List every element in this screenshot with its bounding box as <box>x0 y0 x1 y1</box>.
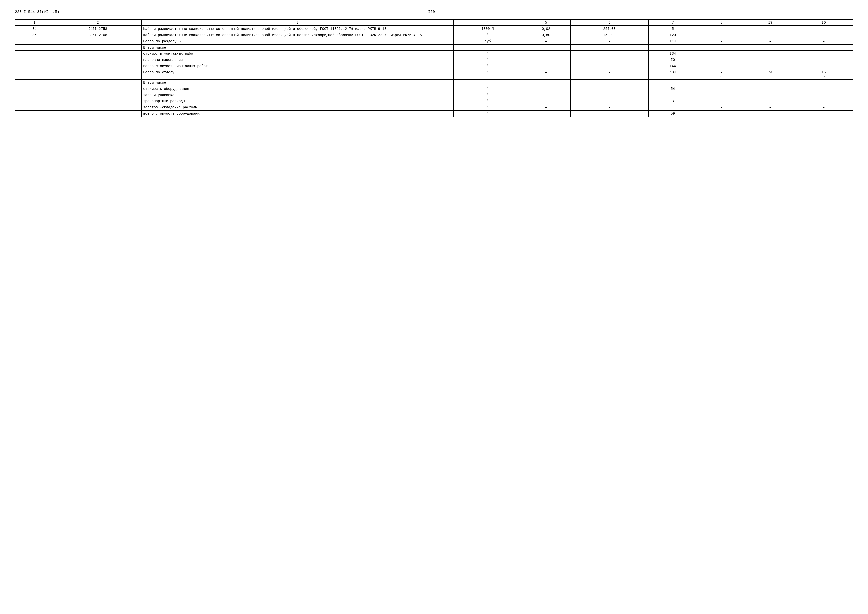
total-otdel-label: Всего по отделу 3 <box>142 69 454 80</box>
row-35-num: 35 <box>15 32 54 38</box>
total-montazh-col9: – <box>746 63 795 69</box>
row-34-num: 34 <box>15 26 54 32</box>
total-montazh-col6: – <box>570 63 648 69</box>
tara-col8: – <box>697 92 746 98</box>
zagot-col8: – <box>697 104 746 110</box>
equip-col8: – <box>697 86 746 92</box>
table-row: заготов.-складские расходы " – – I – – – <box>15 104 853 110</box>
row-34-col6: 257,00 <box>570 26 648 32</box>
tara-col5: – <box>522 92 570 98</box>
table-row: Всего по разделу 6 руб – – I44 – – – <box>15 38 853 45</box>
col-header-1: I <box>15 19 54 26</box>
tara-label: тара и упаковка <box>142 92 454 98</box>
row-35-col8: – <box>697 32 746 38</box>
table-row: В том числе: <box>15 45 853 51</box>
table-row: всего стоимость монтажных работ " – – I4… <box>15 63 853 69</box>
row-35-col10: – <box>795 32 853 38</box>
tara-col9: – <box>746 92 795 98</box>
total-equip-col10: – <box>795 110 853 117</box>
plan-col4: " <box>453 57 522 63</box>
table-row: В том числе: <box>15 80 853 86</box>
total-montazh-col10: – <box>795 63 853 69</box>
montazh-col6: – <box>570 51 648 57</box>
doc-number: 223–I–544.87(УI ч.П) <box>15 10 59 14</box>
montazh-col9: – <box>746 51 795 57</box>
total-montazh-col8: – <box>697 63 746 69</box>
summary-6-col4: руб <box>453 38 522 45</box>
col-header-6: 6 <box>570 19 648 26</box>
table-row: всего стоимость оборудования " – – 59 – … <box>15 110 853 117</box>
total-otdel-col5: – <box>522 69 570 80</box>
total-otdel-col7: 404 <box>648 69 697 80</box>
tara-col6: – <box>570 92 648 98</box>
total-otdel-col9: 74 <box>746 69 795 80</box>
summary-6-col9: – <box>746 38 795 45</box>
total-montazh-label: всего стоимость монтажных работ <box>142 63 454 69</box>
table-row: стоимость оборудования " – – 54 – – – <box>15 86 853 92</box>
row-34-desc: Кабели радиочастотные коаксиаль­ные со с… <box>142 26 454 32</box>
fraction-8: – 90 <box>719 70 724 78</box>
plan-col10: – <box>795 57 853 63</box>
summary-6-col10: – <box>795 38 853 45</box>
table-header-row: I 2 3 4 5 6 7 8 I9 IO <box>15 19 853 26</box>
summary-6-label: Всего по разделу 6 <box>142 38 454 45</box>
col-header-10: IO <box>795 19 853 26</box>
transport-col9: – <box>746 98 795 104</box>
row-34-col4: I000 М <box>453 26 522 32</box>
row-34-col9: – <box>746 26 795 32</box>
row-35-col9: – <box>746 32 795 38</box>
transport-col7: 3 <box>648 98 697 104</box>
total-equip-col9: – <box>746 110 795 117</box>
total-otdel-col10: I6 6 <box>795 69 853 80</box>
transport-col5: – <box>522 98 570 104</box>
equip-col6: – <box>570 86 648 92</box>
summary-6-col6: – <box>570 38 648 45</box>
total-equip-col8: – <box>697 110 746 117</box>
plan-label: плановые накопления <box>142 57 454 63</box>
equip-col4: " <box>453 86 522 92</box>
zagot-label: заготов.-складские расходы <box>142 104 454 110</box>
table-row: 34 С15I–2758 Кабели радиочастотные коакс… <box>15 26 853 32</box>
transport-col8: – <box>697 98 746 104</box>
montazh-label: стоимость монтажных работ <box>142 51 454 57</box>
equip-col10: – <box>795 86 853 92</box>
plan-col6: – <box>570 57 648 63</box>
tara-col10: – <box>795 92 853 98</box>
heading-1: В том числе: <box>142 45 454 51</box>
zagot-col9: – <box>746 104 795 110</box>
row-34-col8: – <box>697 26 746 32</box>
summary-6-col7: I44 <box>648 38 697 45</box>
total-equip-col5: – <box>522 110 570 117</box>
row-35-col7: I20 <box>648 32 697 38</box>
montazh-col5: – <box>522 51 570 57</box>
zagot-col6: – <box>570 104 648 110</box>
total-equip-col6: – <box>570 110 648 117</box>
total-equip-col4: " <box>453 110 522 117</box>
total-equip-col7: 59 <box>648 110 697 117</box>
col-header-4: 4 <box>453 19 522 26</box>
transport-col10: – <box>795 98 853 104</box>
row-34-col7: 5 <box>648 26 697 32</box>
table-row: тара и упаковка " – – I – – – <box>15 92 853 98</box>
total-montazh-col4: " <box>453 63 522 69</box>
tara-col7: I <box>648 92 697 98</box>
table-row: транспортные расходы " – – 3 – – – <box>15 98 853 104</box>
row-35-col5: 0,80 <box>522 32 570 38</box>
table-row: плановые накопления " – – IO – – – <box>15 57 853 63</box>
row-35-col6: I50,00 <box>570 32 648 38</box>
montazh-col8: – <box>697 51 746 57</box>
table-row: 35 С15I–2768 Кабели радиочастотные коакс… <box>15 32 853 38</box>
plan-col7: IO <box>648 57 697 63</box>
plan-col8: – <box>697 57 746 63</box>
row-34-col10: – <box>795 26 853 32</box>
plan-col9: – <box>746 57 795 63</box>
zagot-col4: " <box>453 104 522 110</box>
transport-col6: – <box>570 98 648 104</box>
col-header-9: I9 <box>746 19 795 26</box>
plan-col5: – <box>522 57 570 63</box>
col-header-3: 3 <box>142 19 454 26</box>
heading-2: В том числе: <box>142 80 454 86</box>
table-row: Всего по отделу 3 " – – 404 – 90 74 I6 6 <box>15 69 853 80</box>
row-34-code: С15I–2758 <box>54 26 142 32</box>
equip-col7: 54 <box>648 86 697 92</box>
